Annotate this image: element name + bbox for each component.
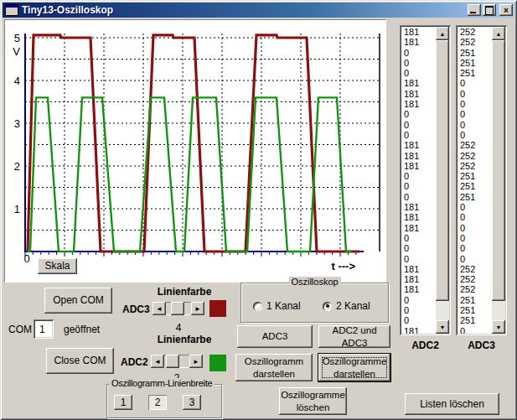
list-item[interactable]: 252 xyxy=(458,140,492,150)
scroll-left-icon[interactable]: ◄ xyxy=(151,355,164,368)
list-item[interactable]: 0 xyxy=(401,171,436,181)
list-item[interactable]: 0 xyxy=(458,89,492,99)
scrollbar-thumb[interactable] xyxy=(492,40,505,301)
list-item[interactable]: 251 xyxy=(458,68,492,78)
list-item[interactable]: 252 xyxy=(458,284,492,294)
list-item[interactable]: 181 xyxy=(401,161,436,171)
titlebar: Tiny13-Oszilloskop × xyxy=(3,3,514,18)
list-item[interactable]: 251 xyxy=(458,192,492,202)
list-item[interactable]: 181 xyxy=(401,326,436,334)
maximize-button[interactable] xyxy=(483,4,496,16)
list-item[interactable]: 251 xyxy=(458,295,492,305)
list-item[interactable]: 181 xyxy=(401,274,436,284)
list-item[interactable]: 0 xyxy=(401,295,436,305)
list-item[interactable]: 0 xyxy=(401,181,436,191)
list-item[interactable]: 252 xyxy=(458,151,492,161)
list-item[interactable]: 0 xyxy=(458,120,492,130)
list-item[interactable]: 252 xyxy=(458,27,492,37)
list-item[interactable]: 0 xyxy=(458,109,492,119)
list-item[interactable]: 251 xyxy=(458,171,492,181)
scroll-down-icon[interactable]: ▼ xyxy=(436,320,449,334)
list-item[interactable]: 0 xyxy=(401,233,436,243)
list-item[interactable]: 0 xyxy=(458,223,492,233)
radio-icon[interactable] xyxy=(253,302,262,311)
scroll-up-icon[interactable]: ▲ xyxy=(492,27,505,40)
radio-icon[interactable] xyxy=(323,302,332,311)
list-item[interactable]: 251 xyxy=(458,315,492,325)
skala-button[interactable]: Skala xyxy=(38,258,77,274)
list-item[interactable]: 0 xyxy=(401,243,436,253)
list-item[interactable]: 251 xyxy=(458,48,492,58)
linewidth-1-button[interactable]: 1 xyxy=(114,395,132,410)
list-item[interactable]: 181 xyxy=(401,37,436,47)
adc2-color-swatch xyxy=(209,355,226,371)
scrollbar-thumb[interactable] xyxy=(436,40,449,301)
list-item[interactable]: 0 xyxy=(401,48,436,58)
list-item[interactable]: 0 xyxy=(401,68,436,78)
open-com-button[interactable]: Open COM xyxy=(44,288,112,314)
list-item[interactable]: 251 xyxy=(458,58,492,68)
list-item[interactable]: 181 xyxy=(401,27,436,37)
list-item[interactable]: 181 xyxy=(401,89,436,99)
adc2-listbox[interactable]: 1811810001811811810001811811810001811811… xyxy=(400,25,451,335)
scrollbar-thumb[interactable] xyxy=(166,355,179,368)
adc2-und-adc3-button[interactable]: ADC2 und ADC3 xyxy=(318,325,390,348)
close-com-button[interactable]: Close COM xyxy=(46,348,114,374)
adc2-color-scrollbar[interactable]: ◄ ► xyxy=(151,355,203,368)
list-item[interactable]: 0 xyxy=(458,254,492,264)
list-item[interactable]: 181 xyxy=(401,202,436,212)
adc3-color-scrollbar[interactable]: ◄ ► xyxy=(153,302,204,315)
list-item[interactable]: 0 xyxy=(401,109,436,119)
adc3-scrollbar[interactable]: ▲ ▼ xyxy=(492,27,505,334)
scroll-right-icon[interactable]: ► xyxy=(189,355,203,368)
list-item[interactable]: 181 xyxy=(401,264,436,274)
list-item[interactable]: 181 xyxy=(401,78,436,88)
list-item[interactable]: 181 xyxy=(401,223,436,233)
adc2-scrollbar[interactable]: ▲ ▼ xyxy=(436,27,449,334)
list-item[interactable]: 181 xyxy=(401,212,436,222)
list-item[interactable]: 0 xyxy=(401,254,436,264)
list-item[interactable]: 252 xyxy=(458,37,492,47)
scroll-up-icon[interactable]: ▲ xyxy=(436,27,449,40)
adc3-listbox[interactable]: 2522522512512510000002522522522512512510… xyxy=(456,25,507,335)
list-item[interactable]: 0 xyxy=(458,243,492,253)
oszillogramme-darstellen-button[interactable]: Oszillogramme darstellen xyxy=(318,353,391,382)
list-item[interactable]: 0 xyxy=(458,78,492,88)
list-item[interactable]: 181 xyxy=(401,99,436,109)
oszillogramm-darstellen-button[interactable]: Oszillogramm darstellen xyxy=(235,354,313,381)
list-item[interactable]: 0 xyxy=(401,315,436,325)
list-item[interactable]: 252 xyxy=(458,161,492,171)
linewidth-3-button[interactable]: 3 xyxy=(183,395,201,410)
linewidth-2-button[interactable]: 2 xyxy=(148,395,167,410)
close-button[interactable]: × xyxy=(499,4,513,16)
listen-loeschen-button[interactable]: Listen löschen xyxy=(405,393,499,415)
scroll-right-icon[interactable]: ► xyxy=(191,302,204,315)
scroll-down-icon[interactable]: ▼ xyxy=(492,320,505,334)
list-item[interactable]: 252 xyxy=(458,264,492,274)
list-item[interactable]: 251 xyxy=(458,305,492,315)
list-item[interactable]: 0 xyxy=(401,305,436,315)
minimize-button[interactable] xyxy=(468,4,481,16)
list-item[interactable]: 0 xyxy=(401,130,436,140)
list-item[interactable]: 0 xyxy=(401,192,436,202)
radio-1kanal[interactable]: 1 Kanal xyxy=(253,300,301,312)
list-item[interactable]: 0 xyxy=(401,120,436,130)
list-item[interactable]: 0 xyxy=(458,233,492,243)
scroll-left-icon[interactable]: ◄ xyxy=(153,302,166,315)
list-item[interactable]: 0 xyxy=(458,202,492,212)
adc3-button[interactable]: ADC3 xyxy=(237,325,313,348)
radio-2kanal[interactable]: 2 Kanal xyxy=(323,300,370,312)
list-item[interactable]: 181 xyxy=(401,151,436,161)
list-item[interactable]: 0 xyxy=(458,326,492,334)
list-item[interactable]: 0 xyxy=(401,58,436,68)
scrollbar-thumb[interactable] xyxy=(171,302,184,315)
com-port-input[interactable] xyxy=(34,319,54,339)
list-item[interactable]: 0 xyxy=(458,212,492,222)
list-item[interactable]: 181 xyxy=(401,284,436,294)
list-item[interactable]: 0 xyxy=(458,99,492,109)
list-item[interactable]: 251 xyxy=(458,181,492,191)
list-item[interactable]: 252 xyxy=(458,274,492,284)
oszillogramme-loeschen-button[interactable]: Oszillogramme löschen xyxy=(279,387,347,415)
list-item[interactable]: 181 xyxy=(401,140,436,150)
list-item[interactable]: 0 xyxy=(458,130,492,140)
